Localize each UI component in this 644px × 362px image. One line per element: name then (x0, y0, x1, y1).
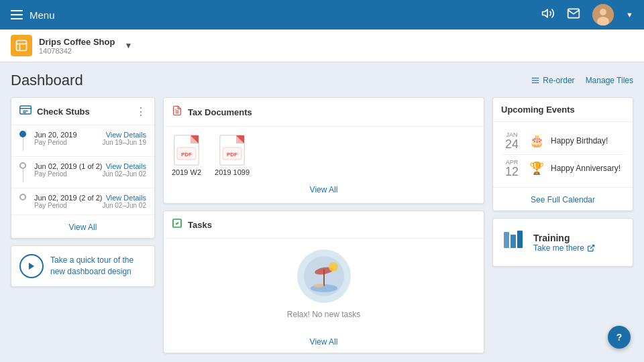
event-day: 24 (501, 138, 523, 150)
help-button[interactable]: ? (608, 326, 631, 349)
svg-rect-4 (17, 41, 27, 51)
stub-row: Jun 02, 2019 (2 of 2) View Details (34, 194, 146, 202)
svg-point-33 (329, 262, 338, 272)
training-info: Training Take me there (533, 233, 595, 253)
mail-icon[interactable] (567, 7, 580, 23)
pdf-icon-body: PDF (174, 135, 199, 166)
notification-icon[interactable] (541, 7, 555, 23)
avatar-dropdown-arrow[interactable]: ▼ (626, 11, 633, 19)
tasks-content: Relax! No new tasks (164, 239, 484, 330)
stub-period-dates: Jun 02–Jun 02 (102, 202, 146, 209)
tax-doc-item[interactable]: PDF 2019 1099 (215, 135, 250, 176)
stubs-list: Jun 20, 2019 View Details Pay Period Jun… (11, 125, 154, 215)
right-column: Upcoming Events JAN 24 🎂 Happy Birthday!… (492, 97, 633, 267)
anniversary-icon: 🏆 (529, 161, 544, 176)
svg-line-37 (590, 245, 594, 249)
tax-documents-card: Tax Documents PDF (163, 97, 484, 204)
tax-doc-label: 2019 1099 (215, 168, 250, 176)
stub-item: Jun 20, 2019 View Details Pay Period Jun… (11, 125, 154, 157)
task-empty-image (297, 249, 351, 303)
event-date: JAN 24 (501, 131, 523, 150)
tax-docs-title: Tax Documents (188, 107, 476, 117)
stub-item: Jun 02, 2019 (2 of 2) View Details Pay P… (11, 188, 154, 215)
stubs-view-all[interactable]: View All (69, 223, 97, 232)
svg-rect-36 (517, 231, 523, 248)
events-content: JAN 24 🎂 Happy Birthday! APR 12 🏆 Happy … (493, 122, 633, 187)
reorder-button[interactable]: Re-order (531, 76, 574, 85)
event-date: APR 12 (501, 159, 523, 178)
events-header: Upcoming Events (493, 98, 633, 122)
stub-period: Pay Period (34, 170, 67, 178)
stub-period-dates: Jun 19–Jun 19 (102, 139, 146, 146)
stub-row: Jun 20, 2019 View Details (34, 131, 146, 139)
task-empty-text: Relax! No new tasks (172, 310, 476, 319)
stub-period: Pay Period (34, 139, 67, 146)
view-details-link[interactable]: View Details (106, 131, 146, 139)
stub-period-dates: Jun 02–Jun 02 (102, 170, 146, 178)
stub-item: Jun 02, 2019 (1 of 2) View Details Pay P… (11, 157, 154, 188)
tax-docs-footer: View All (172, 183, 476, 195)
hamburger-menu[interactable] (11, 10, 23, 19)
dashboard-header: Dashboard Re-order Manage Tiles (0, 62, 644, 95)
see-calendar-link[interactable]: See Full Calendar (531, 195, 595, 204)
upcoming-events-card: Upcoming Events JAN 24 🎂 Happy Birthday!… (492, 97, 633, 211)
events-footer: See Full Calendar (493, 187, 633, 210)
tasks-view-all[interactable]: View All (310, 337, 338, 347)
view-details-link[interactable]: View Details (106, 162, 146, 170)
manage-tiles-button[interactable]: Manage Tiles (586, 76, 633, 85)
tax-docs-view-all[interactable]: View All (310, 185, 338, 194)
reorder-label: Re-order (543, 76, 574, 85)
event-item: JAN 24 🎂 Happy Birthday! (501, 127, 625, 155)
company-icon (11, 35, 32, 56)
company-dropdown[interactable]: ▼ (124, 41, 132, 50)
svg-text:PDF: PDF (181, 152, 192, 158)
tax-docs-header: Tax Documents (164, 98, 484, 127)
stub-period-row: Pay Period Jun 02–Jun 02 (34, 202, 146, 209)
svg-point-2 (600, 9, 606, 15)
take-me-there-link[interactable]: Take me there (533, 243, 595, 253)
menu-label[interactable]: Menu (30, 9, 55, 21)
tour-text[interactable]: Take a quick tour of the new dashboard d… (50, 255, 146, 278)
stub-content: Jun 02, 2019 (2 of 2) View Details Pay P… (34, 194, 146, 209)
event-label: Happy Anniversary! (551, 164, 621, 173)
stub-content: Jun 20, 2019 View Details Pay Period Jun… (34, 131, 146, 146)
stub-content: Jun 02, 2019 (1 of 2) View Details Pay P… (34, 162, 146, 178)
svg-marker-14 (29, 263, 34, 270)
event-label: Happy Birthday! (551, 136, 608, 145)
stubs-footer: View All (11, 215, 154, 238)
stub-period-row: Pay Period Jun 02–Jun 02 (34, 170, 146, 178)
event-item: APR 12 🏆 Happy Anniversary! (501, 155, 625, 182)
stub-date: Jun 02, 2019 (1 of 2) (34, 162, 103, 170)
nav-right: ▼ (541, 4, 633, 25)
tasks-card: Tasks Relax! No new tasks V (163, 210, 484, 353)
tax-docs-content: PDF 2019 W2 PDF (164, 127, 484, 203)
events-title: Upcoming Events (501, 105, 625, 115)
check-stubs-header: Check Stubs ⋮ (11, 98, 154, 125)
header-actions: Re-order Manage Tiles (531, 76, 633, 85)
tour-card: Take a quick tour of the new dashboard d… (11, 245, 155, 287)
mid-column: Tax Documents PDF (163, 97, 484, 353)
play-icon[interactable] (19, 254, 44, 278)
training-card: Training Take me there (492, 218, 633, 267)
tax-doc-label: 2019 W2 (172, 168, 201, 176)
company-bar: Drips Coffee Shop 14078342 ▼ (0, 29, 644, 62)
view-details-link[interactable]: View Details (106, 194, 146, 202)
stub-period-row: Pay Period Jun 19–Jun 19 (34, 139, 146, 146)
pdf-icon-body: PDF (219, 135, 245, 166)
manage-tiles-label: Manage Tiles (586, 76, 633, 85)
company-info: Drips Coffee Shop 14078342 (39, 37, 115, 55)
tax-doc-item[interactable]: PDF 2019 W2 (172, 135, 201, 176)
training-icon (501, 228, 525, 257)
stub-date: Jun 02, 2019 (2 of 2) (34, 194, 103, 202)
avatar[interactable] (592, 4, 614, 25)
page-title: Dashboard (11, 72, 83, 89)
tasks-header: Tasks (164, 211, 484, 239)
company-id: 14078342 (39, 47, 115, 55)
stub-period: Pay Period (34, 202, 67, 209)
event-day: 12 (501, 166, 523, 178)
stub-row: Jun 02, 2019 (1 of 2) View Details (34, 162, 146, 170)
check-stubs-title: Check Stubs (37, 107, 130, 117)
svg-rect-35 (511, 235, 516, 248)
top-navigation: Menu ▼ (0, 0, 644, 29)
check-stubs-menu[interactable]: ⋮ (136, 105, 146, 118)
